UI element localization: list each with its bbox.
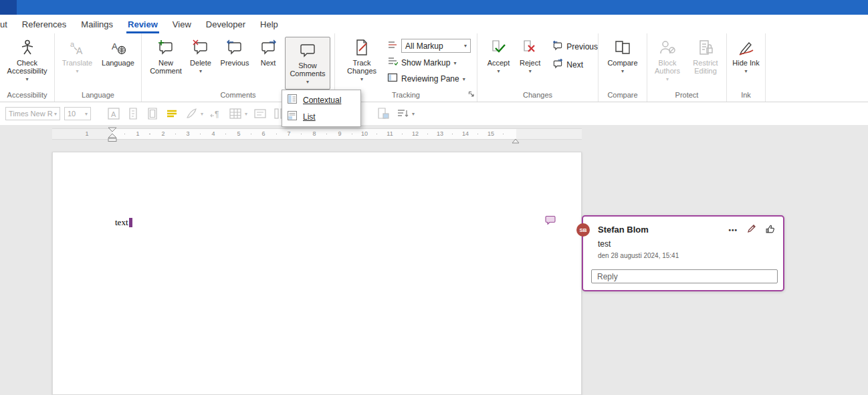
accept-button[interactable]: Accept ▾ <box>484 35 513 74</box>
restrict-editing-icon <box>697 38 714 57</box>
ribbon-spacer <box>766 33 868 102</box>
display-for-review-icon <box>387 39 398 52</box>
tab-help[interactable]: Help <box>253 15 286 33</box>
svg-text:A: A <box>111 110 116 118</box>
hide-ink-button[interactable]: Hide Ink ▾ <box>731 35 762 74</box>
group-accessibility: Check Accessibility ▾ Accessibility <box>0 33 55 102</box>
sort-filter-icon[interactable] <box>396 107 409 120</box>
edit-comment-icon[interactable] <box>746 224 756 237</box>
secondary-toolbar: Times New R ▾ 10 ▾ A ▾ ¶ ▾ <box>0 102 868 125</box>
group-changes: Accept ▾ Reject ▾ Previous <box>477 33 599 102</box>
track-changes-icon <box>354 38 370 57</box>
comment-timestamp: den 28 augusti 2024, 15:41 <box>598 252 679 259</box>
character-border-icon[interactable]: A <box>107 107 120 120</box>
menu-item-list[interactable]: List <box>282 108 360 125</box>
tab-references[interactable]: References <box>15 15 74 33</box>
markup-select[interactable]: All Markup ▾ <box>401 39 471 53</box>
draw-pen-icon[interactable] <box>185 107 198 120</box>
language-button[interactable]: A Language <box>100 35 136 67</box>
chevron-down-icon: ▾ <box>497 68 500 74</box>
contextual-view-icon <box>287 94 298 106</box>
menu-item-contextual[interactable]: Contextual <box>282 92 360 108</box>
show-markup-button[interactable]: Show Markup ▾ <box>387 56 471 69</box>
previous-change-button[interactable]: Previous <box>552 41 598 53</box>
group-protect: Block Authors ▾ Restrict Editing Protect <box>647 33 727 102</box>
show-comments-button[interactable]: Show Comments ▾ <box>285 37 330 90</box>
tab-mailings[interactable]: Mailings <box>74 15 120 33</box>
track-changes-button[interactable]: Track Changes ▾ <box>343 35 381 82</box>
group-label-protect: Protect <box>647 90 726 102</box>
group-label-ink: Ink <box>727 90 765 102</box>
next-comment-button[interactable]: Next <box>254 35 282 67</box>
previous-comment-button[interactable]: Previous <box>218 35 251 67</box>
block-authors-button[interactable]: Block Authors ▾ <box>651 35 684 82</box>
chevron-down-icon[interactable]: ▾ <box>201 111 203 117</box>
chevron-down-icon: ▾ <box>54 111 57 117</box>
horizontal-ruler[interactable]: 1 1 2 3 4 5 6 7 8 9 10 11 12 13 14 15 <box>0 128 582 140</box>
chevron-down-icon[interactable]: ▾ <box>412 111 415 117</box>
chevron-down-icon: ▾ <box>621 68 624 74</box>
object-icon[interactable] <box>376 107 390 120</box>
group-ink: Hide Ink ▾ Ink <box>727 33 766 102</box>
ruler-number: 1 <box>136 130 139 137</box>
ruler-number: 10 <box>361 130 368 137</box>
document-text-line[interactable]: text <box>115 217 132 228</box>
app-icon[interactable] <box>0 0 17 15</box>
check-accessibility-button[interactable]: Check Accessibility ▾ <box>3 35 51 82</box>
ruler-number: 11 <box>387 130 393 137</box>
page-setup-icon[interactable] <box>126 107 140 120</box>
tab-developer[interactable]: Developer <box>199 15 253 33</box>
previous-comment-icon <box>227 38 243 57</box>
previous-change-icon <box>552 41 563 53</box>
chevron-down-icon: ▾ <box>463 76 465 82</box>
tab-review[interactable]: Review <box>120 15 165 33</box>
indent-markers[interactable] <box>108 127 117 145</box>
ruler-left-margin <box>52 128 112 140</box>
reviewing-pane-icon <box>387 72 398 85</box>
tab-view[interactable]: View <box>165 15 199 33</box>
group-label-language: Language <box>55 90 141 102</box>
chevron-down-icon: ▾ <box>453 60 456 66</box>
next-change-button[interactable]: Next <box>552 59 598 71</box>
ribbon-tab-bar: ut References Mailings Review View Devel… <box>0 15 868 33</box>
avatar: SB <box>576 223 590 237</box>
reject-icon <box>522 38 538 57</box>
document-text[interactable]: text <box>115 217 128 228</box>
chevron-down-icon: ▾ <box>529 68 532 74</box>
font-size-select[interactable]: 10 ▾ <box>64 107 91 120</box>
like-icon[interactable] <box>765 224 775 237</box>
comment-anchor-highlight <box>129 218 132 227</box>
right-indent-marker[interactable] <box>512 134 520 146</box>
svg-text:A: A <box>76 45 83 56</box>
ruler-number: 7 <box>287 130 290 137</box>
font-name-select[interactable]: Times New R ▾ <box>5 107 60 120</box>
text-direction-icon[interactable]: ¶ <box>209 107 223 120</box>
comment-body: test <box>598 239 611 249</box>
new-comment-button[interactable]: New Comment <box>148 35 183 75</box>
delete-comment-button[interactable]: Delete ▾ <box>186 35 215 74</box>
titlebar <box>0 0 868 15</box>
restrict-editing-button[interactable]: Restrict Editing <box>688 35 723 75</box>
insert-table-icon[interactable] <box>229 107 242 120</box>
document-page[interactable]: text <box>52 152 582 395</box>
translate-button[interactable]: aA Translate ▾ <box>60 35 95 74</box>
ruler-number: 4 <box>211 130 215 137</box>
hide-ink-icon <box>738 38 755 57</box>
highlighter-icon[interactable] <box>165 107 179 120</box>
next-comment-icon <box>260 38 276 57</box>
more-actions-icon[interactable]: ••• <box>728 227 738 234</box>
reply-input[interactable] <box>591 269 778 283</box>
text-box-icon[interactable] <box>253 107 267 120</box>
comment-anchor-icon[interactable] <box>545 215 556 227</box>
reject-button[interactable]: Reject ▾ <box>517 35 543 74</box>
tracking-dialog-launcher-icon[interactable] <box>468 88 475 100</box>
tab-layout[interactable]: ut <box>0 15 15 33</box>
page-borders-icon[interactable] <box>146 107 159 120</box>
group-label-accessibility: Accessibility <box>0 90 54 102</box>
chevron-down-icon[interactable]: ▾ <box>245 111 247 117</box>
group-label-compare: Compare <box>599 90 647 102</box>
reviewing-pane-button[interactable]: Reviewing Pane ▾ <box>387 72 471 85</box>
compare-icon <box>614 38 631 57</box>
ruler-right-margin <box>516 128 582 140</box>
compare-button[interactable]: Compare ▾ <box>603 35 642 74</box>
